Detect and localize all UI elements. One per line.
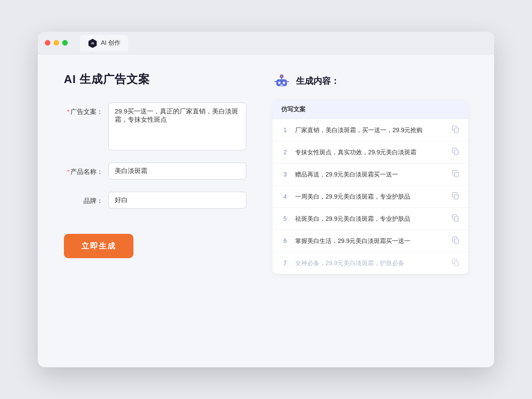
row-number: 4 (281, 193, 289, 200)
minimize-button[interactable] (53, 40, 59, 46)
svg-point-9 (281, 75, 283, 77)
browser-content: AI 生成广告文案 *广告文案： *产品名称： 品牌： 立 (38, 54, 494, 367)
copy-icon[interactable] (452, 192, 459, 201)
browser-bar: AI AI 创作 (38, 32, 494, 54)
copy-icon[interactable] (452, 236, 459, 246)
ad-copy-group: *广告文案： (64, 103, 246, 150)
table-row: 1厂家直销，美白淡斑霜，买一送一，29.9元抢购 (273, 119, 468, 141)
svg-point-5 (283, 82, 285, 84)
required-star-2: * (67, 168, 70, 175)
result-title: 生成内容： (296, 75, 339, 87)
result-header: 生成内容： (273, 72, 468, 90)
row-number: 6 (281, 237, 289, 244)
table-row: 3赠品再送，29.9元美白淡斑霜买一送一 (273, 163, 468, 186)
table-row: 5祛斑美白，29.9元美白淡斑霜，专业护肤品 (273, 208, 468, 230)
product-name-group: *产品名称： (64, 163, 246, 180)
brand-label: 品牌： (64, 192, 103, 205)
product-name-label: *产品名称： (64, 163, 103, 176)
svg-rect-6 (280, 85, 283, 86)
browser-tab[interactable]: AI AI 创作 (80, 35, 128, 51)
close-button[interactable] (45, 40, 50, 46)
traffic-lights (45, 40, 68, 46)
ai-tab-icon: AI (88, 38, 97, 48)
page-title: AI 生成广告文案 (64, 72, 246, 87)
ad-copy-label: *广告文案： (64, 103, 103, 116)
row-number: 7 (281, 259, 289, 266)
row-number: 3 (281, 171, 289, 178)
brand-input[interactable] (108, 192, 246, 209)
row-text: 女神必备，29.9元美白淡斑霜，护肤必备 (295, 259, 446, 268)
left-panel: AI 生成广告文案 *广告文案： *产品名称： 品牌： 立 (64, 72, 246, 350)
table-row: 2专抹女性斑点，真实功效，29.9元美白淡斑霜 (273, 141, 468, 163)
svg-rect-16 (454, 261, 458, 266)
svg-rect-11 (454, 150, 458, 155)
brand-group: 品牌： (64, 192, 246, 209)
ad-copy-input[interactable] (108, 103, 246, 150)
svg-rect-12 (454, 172, 458, 177)
tab-label: AI 创作 (101, 39, 120, 47)
product-name-input[interactable] (108, 163, 246, 180)
copy-icon[interactable] (452, 214, 459, 223)
table-row: 6掌握美白生活，29.9元美白淡斑霜买一送一 (273, 230, 468, 252)
row-text: 厂家直销，美白淡斑霜，买一送一，29.9元抢购 (295, 126, 446, 135)
svg-rect-13 (454, 194, 458, 199)
copy-icon[interactable] (452, 170, 459, 179)
row-text: 一周美白，29.9元美白淡斑霜，专业护肤品 (295, 192, 446, 201)
result-table: 仿写文案 1厂家直销，美白淡斑霜，买一送一，29.9元抢购 2专抹女性斑点，真实… (273, 100, 468, 274)
copy-icon[interactable] (452, 147, 459, 157)
svg-point-4 (278, 82, 280, 84)
row-text: 赠品再送，29.9元美白淡斑霜买一送一 (295, 170, 446, 179)
svg-rect-14 (454, 216, 458, 221)
row-number: 2 (281, 149, 289, 156)
copy-icon[interactable] (452, 258, 459, 268)
table-header: 仿写文案 (273, 100, 468, 119)
table-row: 7女神必备，29.9元美白淡斑霜，护肤必备 (273, 252, 468, 274)
svg-rect-10 (454, 128, 458, 133)
row-text: 掌握美白生活，29.9元美白淡斑霜买一送一 (295, 236, 446, 246)
generate-button[interactable]: 立即生成 (64, 234, 133, 258)
table-row: 4一周美白，29.9元美白淡斑霜，专业护肤品 (273, 186, 468, 208)
row-number: 5 (281, 215, 289, 222)
row-number: 1 (281, 126, 289, 133)
row-text: 祛斑美白，29.9元美白淡斑霜，专业护肤品 (295, 214, 446, 223)
copy-icon[interactable] (452, 125, 459, 135)
right-panel: 生成内容： 仿写文案 1厂家直销，美白淡斑霜，买一送一，29.9元抢购 2专抹女… (273, 72, 468, 350)
svg-text:AI: AI (91, 42, 94, 45)
required-star: * (67, 108, 70, 115)
svg-rect-15 (454, 239, 458, 243)
maximize-button[interactable] (62, 40, 68, 46)
row-text: 专抹女性斑点，真实功效，29.9元美白淡斑霜 (295, 148, 446, 157)
browser-window: AI AI 创作 AI 生成广告文案 *广告文案： *产品名称： (38, 32, 494, 367)
robot-icon (273, 72, 291, 90)
result-rows: 1厂家直销，美白淡斑霜，买一送一，29.9元抢购 2专抹女性斑点，真实功效，29… (273, 119, 468, 274)
